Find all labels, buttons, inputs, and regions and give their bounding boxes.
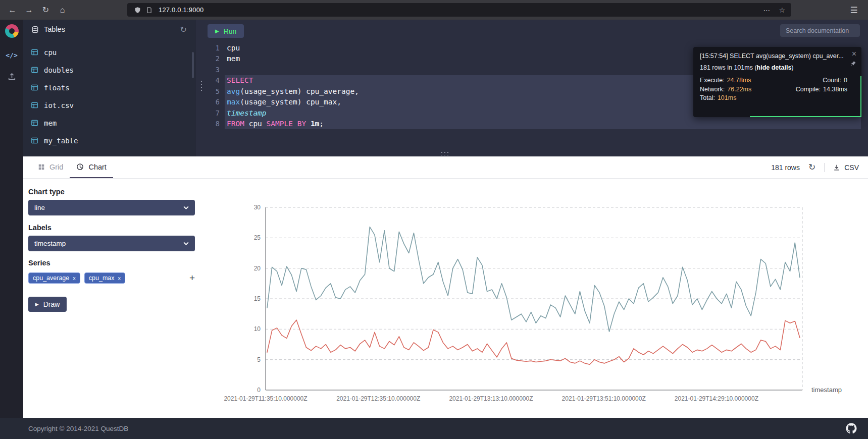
url-text: 127.0.0.1:9000 [159, 6, 204, 14]
download-icon [833, 164, 840, 171]
page-info-icon[interactable] [146, 7, 152, 14]
metric-label: Total: [700, 94, 715, 101]
sql-console-nav-icon[interactable]: </> [6, 51, 17, 59]
csv-label: CSV [844, 163, 859, 172]
metric-value: 24.78ms [727, 77, 751, 84]
page-actions-icon[interactable]: ⋯ [763, 6, 770, 14]
results-refresh-icon[interactable]: ↻ [808, 162, 815, 173]
svg-text:30: 30 [254, 204, 261, 211]
success-accent-bottom [750, 116, 861, 117]
home-icon[interactable]: ⌂ [55, 3, 70, 17]
back-icon[interactable]: ← [5, 3, 20, 17]
tab-chart-label: Chart [88, 163, 106, 171]
series-row: cpu_average x cpu_max x + [28, 271, 195, 285]
run-play-icon: ▶ [215, 28, 219, 34]
metric-label: Compile: [796, 86, 821, 93]
table-name: mem [44, 119, 57, 127]
hide-details-link[interactable]: hide details [757, 64, 792, 71]
results-tabbar: Grid Chart 181 rows ↻ CSV [23, 156, 868, 179]
chart-svg: 0510152025302021-01-29T11:35:10.000000Z2… [235, 201, 868, 413]
series-line-cpu_max [267, 227, 800, 332]
table-item[interactable]: cpu [23, 43, 195, 61]
pie-chart-icon [76, 163, 84, 171]
metric-label: Count: [823, 77, 841, 84]
chip-remove-icon[interactable]: x [73, 275, 76, 281]
query-result-popup: [15:57:54] SELECT avg(usage_system) cpu_… [693, 47, 861, 117]
questdb-logo[interactable] [5, 24, 19, 38]
hamburger-menu-icon[interactable]: ☰ [847, 3, 861, 17]
table-name: floats [44, 84, 70, 92]
labels-select[interactable]: timestamp [28, 236, 195, 251]
line-text: avg(usage_system) cpu_average, [220, 87, 359, 95]
svg-text:0: 0 [257, 387, 261, 394]
line-number: 7 [195, 109, 220, 117]
line-text: cpu [220, 44, 240, 52]
metric-label: Execute: [700, 77, 725, 84]
table-item[interactable]: mem [23, 114, 195, 132]
table-name: my_table [44, 137, 78, 145]
line-number: 6 [195, 98, 220, 106]
line-text: SELECT [220, 76, 253, 84]
popup-close-icon[interactable]: × [852, 49, 856, 59]
search-documentation-input[interactable] [780, 24, 860, 37]
sidebar-scrollbar[interactable] [192, 52, 194, 78]
table-item[interactable]: floats [23, 79, 195, 96]
questdb-console-page: ← → ↻ ⌂ 127.0.0.1:9000 ⋯ ☆ ☰ </> Tables … [0, 0, 868, 439]
run-button[interactable]: ▶ Run [208, 24, 244, 38]
csv-download-button[interactable]: CSV [833, 163, 859, 172]
line-number: 1 [195, 44, 220, 52]
draw-label: Draw [43, 300, 60, 308]
tab-chart[interactable]: Chart [70, 156, 113, 178]
table-name: iot.csv [44, 101, 74, 109]
splitter-drag-handle[interactable] [440, 151, 450, 155]
series-line-cpu_average [267, 320, 800, 364]
labels-label: Labels [28, 224, 52, 232]
import-upload-icon[interactable] [8, 72, 16, 81]
left-icon-rail: </> [0, 20, 23, 439]
copyright-text: Copyright © 2014-2021 QuestDB [28, 425, 128, 432]
svg-text:5: 5 [257, 356, 261, 363]
chevron-down-icon [183, 242, 189, 245]
code-line[interactable]: 8 FROM cpu SAMPLE BY 1m; [195, 119, 868, 130]
address-bar[interactable]: 127.0.0.1:9000 ⋯ ☆ [127, 3, 791, 17]
grid-icon [38, 163, 45, 171]
page-footer: Copyright © 2014-2021 QuestDB [0, 418, 868, 439]
github-icon[interactable] [846, 423, 857, 434]
metric-value: 0 [844, 77, 847, 84]
popup-summary: 181 rows in 101ms (hide details) [693, 60, 861, 71]
svg-text:timestamp: timestamp [811, 386, 842, 394]
series-chip[interactable]: cpu_max x [84, 272, 125, 284]
summary-prefix: 181 rows in 101ms ( [700, 64, 757, 71]
chip-remove-icon[interactable]: x [118, 275, 121, 281]
table-item[interactable]: iot.csv [23, 96, 195, 114]
series-chip-label: cpu_average [33, 275, 69, 282]
shield-icon[interactable] [134, 7, 141, 14]
add-series-icon[interactable]: + [189, 272, 195, 284]
tab-grid[interactable]: Grid [31, 156, 70, 178]
chart-type-select[interactable]: line [28, 200, 195, 215]
query-metric-row: Total:101ms [700, 94, 855, 103]
line-number: 5 [195, 87, 220, 95]
bookmark-star-icon[interactable]: ☆ [779, 6, 785, 14]
table-item[interactable]: doubles [23, 61, 195, 79]
table-name: doubles [44, 66, 74, 74]
line-text: FROM cpu SAMPLE BY 1m; [220, 120, 324, 128]
svg-text:2021-01-29T14:29:10.000000Z: 2021-01-29T14:29:10.000000Z [675, 395, 758, 402]
popup-pin-icon[interactable] [850, 61, 856, 67]
reload-icon[interactable]: ↻ [38, 3, 53, 17]
chart-type-label: Chart type [28, 188, 65, 196]
browser-toolbar: ← → ↻ ⌂ 127.0.0.1:9000 ⋯ ☆ ☰ [0, 0, 868, 20]
table-item[interactable]: my_table [23, 132, 195, 149]
draw-button[interactable]: ▶ Draw [28, 297, 67, 312]
svg-text:2021-01-29T13:13:10.000000Z: 2021-01-29T13:13:10.000000Z [449, 395, 533, 402]
forward-icon[interactable]: → [22, 3, 36, 17]
tables-refresh-icon[interactable]: ↻ [180, 25, 187, 34]
svg-text:20: 20 [254, 265, 261, 272]
labels-value: timestamp [34, 240, 66, 247]
tables-header: Tables ↻ [23, 20, 195, 39]
draw-play-icon: ▶ [35, 302, 39, 307]
series-chip[interactable]: cpu_average x [28, 272, 80, 284]
success-accent-right [860, 76, 861, 117]
table-list: cpu doubles floats iot.csv mem my_table [23, 39, 195, 149]
table-name: cpu [44, 48, 57, 57]
